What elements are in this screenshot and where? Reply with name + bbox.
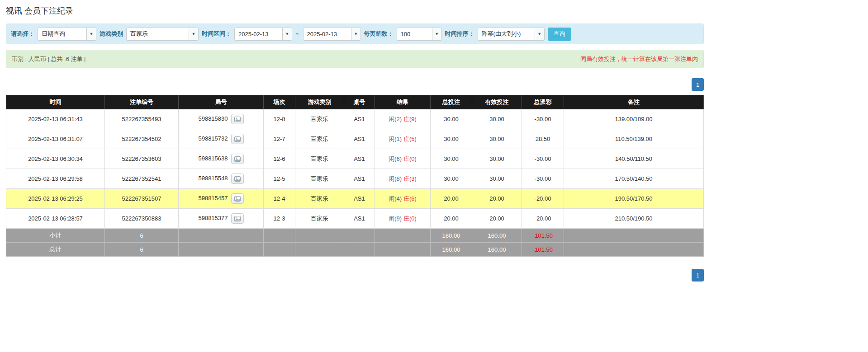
round-replay-button[interactable]	[231, 213, 244, 224]
subtotal-label: 小计	[6, 229, 105, 243]
cell-bet-id: 522267352541	[105, 169, 179, 189]
cell-time: 2025-02-13 06:31:43	[6, 109, 105, 129]
date-to-value: 2025-02-13	[304, 28, 351, 40]
cell-payout: -30.00	[522, 149, 564, 169]
page-container: 视讯 会员下注纪录 请选择： 日期查询 ▼ 游戏类别 百家乐 ▼ 时间区间： 2…	[6, 0, 704, 282]
cell-total-bet[interactable]: 30.00	[431, 109, 472, 129]
records-table: 时间 注单编号 局号 场次 游戏类别 桌号 结果 总投注 有效投注 总派彩 备注…	[6, 95, 704, 257]
summary-note-text: 同局有效投注，统一计算在该局第一张注单内	[580, 55, 698, 63]
tilde-separator: ~	[295, 31, 300, 38]
summary-bar: 币别 : 人民币 | 总共 :6 注单 | 同局有效投注，统一计算在该局第一张注…	[6, 50, 704, 68]
cell-total-bet[interactable]: 30.00	[431, 149, 472, 169]
sort-select[interactable]: 降幂(由大到小) ▼	[478, 28, 545, 41]
cell-round-id: 598815377	[179, 209, 264, 229]
cell-table-no: AS1	[344, 209, 375, 229]
col-remark: 备注	[564, 95, 704, 109]
cell-total-bet[interactable]: 20.00	[431, 189, 472, 209]
result-player: 闲(4)	[389, 195, 402, 202]
cell-remark: 170.50/140.50	[564, 169, 704, 189]
result-player: 闲(6)	[389, 155, 402, 162]
round-number: 598815548	[198, 175, 228, 182]
cell-round-id: 598815548	[179, 169, 264, 189]
col-total-bet: 总投注	[431, 95, 472, 109]
round-replay-button[interactable]	[231, 174, 244, 184]
cell-session: 12-8	[264, 109, 295, 129]
round-replay-button[interactable]	[231, 114, 244, 124]
date-type-select[interactable]: 日期查询 ▼	[38, 28, 96, 41]
date-to-select[interactable]: 2025-02-13 ▼	[303, 28, 361, 41]
result-player: 闲(2)	[389, 116, 402, 122]
pagination-bottom: 1	[6, 269, 704, 282]
cell-result: 闲(9)庄(0)	[375, 209, 431, 229]
cell-valid-bet: 30.00	[472, 149, 522, 169]
col-game-type: 游戏类别	[295, 95, 344, 109]
page-size-select[interactable]: 100 ▼	[397, 28, 442, 41]
cell-payout: -30.00	[522, 169, 564, 189]
cell-bet-id: 522267353603	[105, 149, 179, 169]
pagination-top: 1	[6, 78, 704, 91]
result-player: 闲(1)	[389, 136, 402, 142]
cell-payout: -20.00	[522, 209, 564, 229]
round-number: 598815377	[198, 215, 228, 221]
cell-bet-id: 522267350883	[105, 209, 179, 229]
col-valid-bet: 有效投注	[472, 95, 522, 109]
page-1-button[interactable]: 1	[692, 78, 704, 91]
cell-remark: 190.50/170.50	[564, 189, 704, 209]
cell-remark: 110.50/139.00	[564, 129, 704, 149]
cell-session: 12-3	[264, 209, 295, 229]
total-payout: -101.50	[522, 243, 564, 257]
total-total-bet: 160.00	[431, 243, 472, 257]
table-row: 2025-02-13 06:30:34 522267353603 5988156…	[6, 149, 704, 169]
cell-time: 2025-02-13 06:29:25	[6, 189, 105, 209]
cell-total-bet[interactable]: 30.00	[431, 169, 472, 189]
game-type-value: 百家乐	[127, 28, 189, 40]
subtotal-row: 小计 6 160.00 160.00 -101.50	[6, 229, 704, 243]
subtotal-payout: -101.50	[522, 229, 564, 243]
subtotal-valid-bet: 160.00	[472, 229, 522, 243]
date-from-select[interactable]: 2025-02-13 ▼	[234, 28, 292, 41]
table-row: 2025-02-13 06:29:58 522267352541 5988155…	[6, 169, 704, 189]
page-size-value: 100	[397, 28, 432, 40]
cell-time: 2025-02-13 06:29:58	[6, 169, 105, 189]
round-number: 598815638	[198, 155, 228, 162]
search-button[interactable]: 查询	[548, 28, 571, 41]
result-banker: 庄(0)	[403, 155, 417, 162]
cell-valid-bet: 20.00	[472, 209, 522, 229]
round-replay-button[interactable]	[231, 193, 244, 204]
cell-total-bet[interactable]: 20.00	[431, 209, 472, 229]
cell-result: 闲(6)庄(0)	[375, 149, 431, 169]
cell-valid-bet: 30.00	[472, 109, 522, 129]
total-label: 总计	[6, 243, 105, 257]
video-replay-icon	[234, 117, 241, 122]
page-title: 视讯 会员下注纪录	[6, 5, 704, 16]
summary-totals-text: 币别 : 人民币 | 总共 :6 注单 |	[12, 55, 86, 63]
cell-table-no: AS1	[344, 149, 375, 169]
cell-session: 12-6	[264, 149, 295, 169]
cell-session: 12-5	[264, 169, 295, 189]
total-valid-bet: 160.00	[472, 243, 522, 257]
page-1-button[interactable]: 1	[692, 269, 704, 282]
chevron-down-icon: ▼	[351, 28, 360, 40]
round-replay-button[interactable]	[231, 134, 244, 144]
cell-total-bet[interactable]: 30.00	[431, 129, 472, 149]
subtotal-count: 6	[105, 229, 179, 243]
cell-game-type: 百家乐	[295, 109, 344, 129]
cell-game-type: 百家乐	[295, 169, 344, 189]
cell-time: 2025-02-13 06:28:57	[6, 209, 105, 229]
game-type-select[interactable]: 百家乐 ▼	[126, 28, 199, 41]
round-replay-button[interactable]	[231, 154, 244, 164]
sort-value: 降幂(由大到小)	[478, 28, 535, 40]
cell-result: 闲(1)庄(5)	[375, 129, 431, 149]
cell-time: 2025-02-13 06:31:07	[6, 129, 105, 149]
cell-valid-bet: 30.00	[472, 169, 522, 189]
total-row: 总计 6 160.00 160.00 -101.50	[6, 243, 704, 257]
video-replay-icon	[234, 156, 241, 162]
cell-bet-id: 522267355493	[105, 109, 179, 129]
round-number: 598815732	[198, 135, 228, 142]
cell-result: 闲(8)庄(3)	[375, 169, 431, 189]
cell-bet-id: 522267351507	[105, 189, 179, 209]
chevron-down-icon: ▼	[282, 28, 292, 40]
video-replay-icon	[234, 196, 241, 202]
col-session: 场次	[264, 95, 295, 109]
sort-label: 时间排序：	[445, 30, 474, 38]
